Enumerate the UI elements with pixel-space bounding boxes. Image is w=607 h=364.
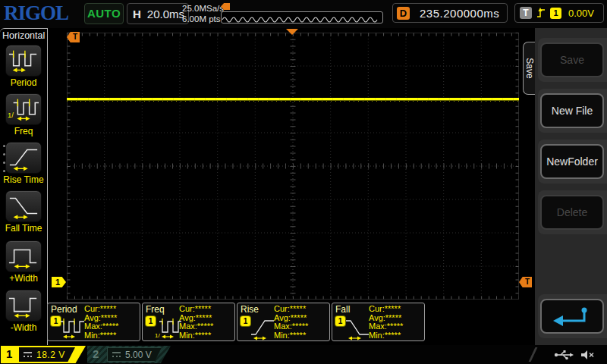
waveform-preview[interactable]	[221, 11, 383, 24]
trigger-badge: T	[520, 7, 532, 19]
measurement-fall: Fall 1 Cur:***** Avg:***** Max:***** Min…	[332, 303, 425, 341]
save-button[interactable]: Save	[540, 42, 604, 77]
status-icons	[554, 349, 595, 360]
new-folder-button[interactable]: NewFolder	[540, 144, 604, 179]
waveform-display	[67, 33, 519, 300]
channel1-scale-readout: 18.2 V	[19, 347, 75, 362]
measure-sidebar: Horizontal Period 1/	[0, 28, 48, 345]
channel-number: 2	[93, 347, 99, 360]
measurement-freq: Freq 1 1/ Cur:***** Avg:***** Max:***** …	[142, 303, 235, 341]
sidebar-item-rise-time[interactable]: Rise Time	[0, 142, 47, 185]
sidebar-item-label: Freq	[0, 126, 47, 136]
fall-time-icon	[5, 190, 42, 222]
memory-depth: 6.00M pts	[182, 14, 224, 24]
measurement-rise: Rise 1 Cur:***** Avg:***** Max:***** Min…	[237, 303, 330, 341]
freq-icon: 1/	[155, 316, 182, 344]
delay-value: 235.200000ms	[420, 7, 499, 20]
sidebar-item-minus-width[interactable]: -Width	[0, 290, 47, 333]
acquisition-info: 25.0MSa/s 6.00M pts	[182, 3, 224, 24]
measurement-name: Freq	[146, 304, 165, 315]
bottom-status-bar: 1 18.2 V 2 5.00 V	[0, 345, 607, 364]
sidebar-item-period[interactable]: Period	[0, 45, 47, 88]
measurement-period: Period 1 Cur:***** Avg:***** Max:***** M…	[47, 303, 140, 341]
measurement-stats: Cur:***** Avg:***** Max:***** Min:*****	[369, 305, 403, 340]
measurement-stats: Cur:***** Avg:***** Max:***** Min:*****	[274, 305, 308, 340]
trigger-level-value: 0.00V	[568, 8, 594, 19]
rising-edge-icon	[536, 7, 546, 19]
timebase-label: H	[133, 8, 141, 20]
waveform-display-area: T 1 T	[48, 28, 535, 345]
channel1-ground-marker[interactable]: 1	[52, 277, 66, 287]
svg-text:1/: 1/	[8, 111, 14, 119]
channel2-tab[interactable]: 2 5.00 V	[87, 346, 171, 363]
sample-rate: 25.0MSa/s	[182, 3, 224, 14]
usb-icon	[554, 349, 574, 360]
period-icon	[5, 45, 42, 77]
channel2-scale-readout: 5.00 V	[107, 347, 162, 362]
rise-time-icon	[250, 316, 277, 344]
oscilloscope-screen: RIGOL AUTO H 20.0ms 25.0MSa/s 6.00M pts …	[0, 0, 607, 364]
channel-scale: 18.2 V	[36, 350, 65, 360]
delete-button[interactable]: Delete	[540, 195, 604, 230]
trigger-time-marker-icon[interactable]	[286, 29, 298, 35]
softkey-menu: Save Save New File NewFolder Delete	[535, 28, 607, 346]
measurement-row: Period 1 Cur:***** Avg:***** Max:***** M…	[47, 303, 425, 341]
menu-tab-title: Save	[524, 58, 535, 78]
new-file-button[interactable]: New File	[540, 93, 604, 128]
return-arrow-icon	[551, 305, 593, 328]
sidebar-item-plus-width[interactable]: +Width	[0, 240, 47, 284]
top-status-bar: RIGOL AUTO H 20.0ms 25.0MSa/s 6.00M pts …	[0, 0, 607, 28]
trigger-box[interactable]: T 1 0.00V	[514, 3, 604, 23]
back-button[interactable]	[540, 299, 604, 334]
period-icon	[60, 316, 87, 344]
fall-time-icon	[344, 316, 372, 344]
sidebar-item-label: Fall Time	[0, 223, 47, 234]
graticule	[67, 33, 519, 300]
rigol-logo: RIGOL	[4, 2, 68, 25]
minus-width-icon	[5, 290, 42, 322]
timebase-box[interactable]: H 20.0ms	[127, 3, 189, 24]
sidebar-item-label: -Width	[0, 322, 47, 333]
dc-coupling-icon	[112, 352, 121, 357]
dc-coupling-icon	[24, 352, 32, 357]
measurement-name: Rise	[241, 304, 259, 315]
sidebar-item-label: Period	[0, 77, 47, 88]
channel-number: 1	[6, 347, 12, 360]
channel1-trace	[67, 98, 519, 102]
sidebar-item-label: +Width	[0, 273, 47, 284]
speaker-muted-icon	[580, 350, 595, 360]
channel1-tab[interactable]: 1 18.2 V	[1, 346, 86, 363]
measurement-name: Period	[51, 304, 77, 315]
run-status-badge[interactable]: AUTO	[84, 3, 124, 24]
statusbar-divider	[529, 347, 538, 362]
trigger-level-marker[interactable]: T	[519, 277, 532, 287]
measurement-stats: Cur:***** Avg:***** Max:***** Min:*****	[179, 305, 213, 340]
measurement-name: Fall	[335, 304, 350, 315]
trigger-source-badge: 1	[550, 8, 561, 19]
rise-time-icon	[5, 142, 42, 174]
menu-tab-save: Save	[523, 42, 535, 95]
svg-text:1/: 1/	[155, 332, 160, 339]
measurement-stats: Cur:***** Avg:***** Max:***** Min:*****	[84, 305, 118, 340]
sidebar-item-freq[interactable]: 1/ Freq	[0, 93, 47, 136]
sidebar-title: Horizontal	[2, 30, 45, 41]
channel-scale: 5.00 V	[125, 350, 152, 360]
sidebar-item-label: Rise Time	[0, 174, 47, 185]
delay-box[interactable]: D 235.200000ms	[392, 3, 508, 23]
sidebar-scroll-indicator	[3, 145, 5, 172]
sidebar-item-fall-time[interactable]: Fall Time	[0, 190, 47, 234]
delay-badge: D	[397, 7, 410, 20]
preview-wave-icon	[222, 13, 381, 23]
freq-icon: 1/	[5, 93, 42, 125]
plus-width-icon	[5, 240, 42, 272]
timebase-value: 20.0ms	[147, 8, 184, 20]
